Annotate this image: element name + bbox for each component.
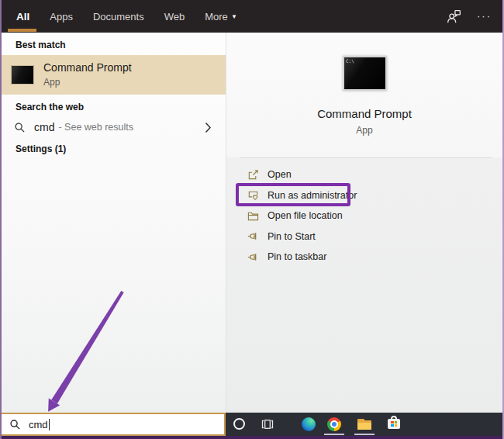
user-feedback-icon[interactable] <box>447 9 461 24</box>
file-explorer-icon[interactable] <box>357 419 371 430</box>
pin-icon <box>247 251 259 263</box>
action-open[interactable]: Open <box>226 164 502 185</box>
file-explorer-running-indicator <box>354 434 375 435</box>
pin-icon <box>247 230 259 242</box>
action-file-location-label: Open file location <box>268 210 343 221</box>
tab-all-label: All <box>16 11 29 22</box>
search-filter-tabs: All Apps Documents Web More ▾ <box>0 0 246 33</box>
action-pin-to-taskbar[interactable]: Pin to taskbar <box>226 247 502 268</box>
action-open-file-location[interactable]: Open file location <box>226 206 502 226</box>
taskbar <box>226 413 504 436</box>
more-options-icon[interactable]: ··· <box>477 12 492 20</box>
command-prompt-icon <box>11 65 34 85</box>
search-tabs-bar: All Apps Documents Web More ▾ <box>0 0 504 33</box>
action-open-label: Open <box>268 169 292 180</box>
web-suffix-text: - See web results <box>58 122 133 133</box>
action-run-admin-label: Run as administrator <box>268 190 357 201</box>
chrome-icon[interactable] <box>327 417 341 431</box>
search-icon <box>14 122 26 133</box>
tab-more-label: More <box>205 11 228 22</box>
best-match-title: Command Prompt <box>43 61 132 74</box>
action-pin-to-start[interactable]: Pin to Start <box>226 226 502 247</box>
tab-apps[interactable]: Apps <box>40 0 83 33</box>
best-match-result-command-prompt[interactable]: Command Prompt App <box>2 55 226 95</box>
windows-search-panel: All Apps Documents Web More ▾ <box>0 0 504 439</box>
preview-divider <box>240 157 492 158</box>
chrome-running-indicator <box>324 434 344 435</box>
text-cursor <box>49 419 50 430</box>
frame-border-left <box>0 0 2 439</box>
search-input-value: cmd <box>29 419 48 430</box>
tab-apps-label: Apps <box>50 11 73 22</box>
web-query-text: cmd <box>34 121 54 133</box>
taskbar-search-box[interactable]: cmd <box>0 413 226 436</box>
task-view-icon[interactable] <box>261 418 274 430</box>
chevron-right-icon <box>205 122 212 133</box>
settings-header: Settings (1) <box>16 143 66 154</box>
cortana-icon[interactable] <box>233 418 245 430</box>
edge-icon[interactable] <box>302 417 316 431</box>
action-pin-start-label: Pin to Start <box>268 231 316 242</box>
result-preview-panel: C:\ Command Prompt App Open <box>226 33 502 413</box>
tab-documents[interactable]: Documents <box>83 0 154 33</box>
store-icon[interactable] <box>388 417 400 429</box>
best-match-header: Best match <box>16 40 66 50</box>
topbar-right-icons: ··· <box>447 9 504 24</box>
frame-border-bottom <box>0 436 504 439</box>
chevron-down-icon: ▾ <box>233 12 236 20</box>
web-search-result[interactable]: cmd - See web results <box>2 116 226 139</box>
best-match-subtitle: App <box>43 77 60 88</box>
tab-documents-label: Documents <box>93 11 144 22</box>
open-icon <box>247 169 259 181</box>
preview-app-title: Command Prompt <box>226 107 502 120</box>
tab-all[interactable]: All <box>6 0 40 33</box>
tab-more[interactable]: More ▾ <box>195 0 246 33</box>
tab-web-label: Web <box>164 11 185 22</box>
tab-web[interactable]: Web <box>154 0 195 33</box>
action-run-as-administrator[interactable]: Run as administrator <box>226 185 502 206</box>
search-results-panel: Best match Command Prompt App Search the… <box>2 33 226 413</box>
file-location-icon <box>247 210 259 222</box>
command-prompt-icon-text: C:\ <box>346 58 354 64</box>
run-admin-icon <box>247 189 259 201</box>
search-web-header: Search the web <box>16 102 84 112</box>
context-actions-list: Open Run as administrator <box>226 164 502 268</box>
action-pin-taskbar-label: Pin to taskbar <box>268 251 326 262</box>
preview-app-subtitle: App <box>226 125 502 136</box>
search-icon <box>9 419 21 430</box>
command-prompt-large-icon: C:\ <box>343 56 387 91</box>
